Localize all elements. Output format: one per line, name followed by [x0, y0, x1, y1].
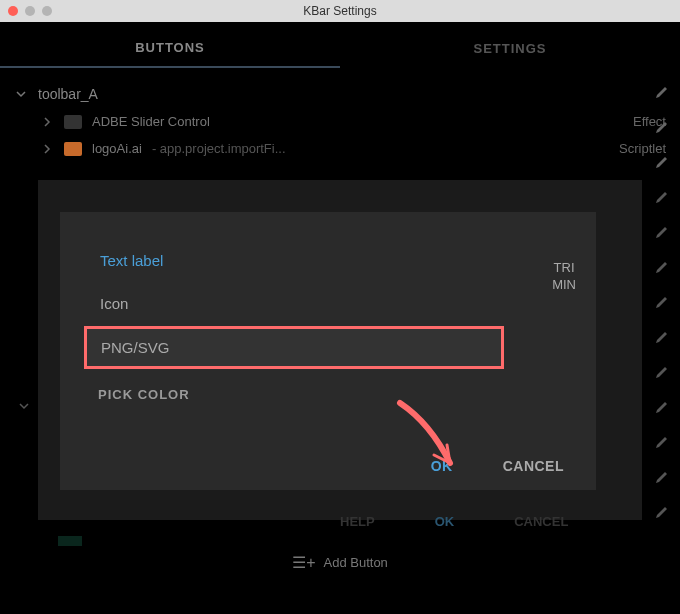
chevron-right-icon — [40, 142, 54, 156]
close-window-icon[interactable] — [8, 6, 18, 16]
pencil-icon[interactable] — [654, 329, 672, 347]
add-button-label: Add Button — [324, 555, 388, 570]
pencil-icon[interactable] — [654, 154, 672, 172]
toolbar-item-row[interactable]: ADBE Slider Control Effect — [10, 108, 670, 135]
pencil-icon[interactable] — [654, 469, 672, 487]
option-text-label[interactable]: Text label — [84, 240, 504, 281]
chevron-right-icon — [40, 115, 54, 129]
pencil-icon[interactable] — [654, 84, 672, 102]
pencil-icon[interactable] — [654, 224, 672, 242]
toolbar-section-header[interactable]: toolbar_A — [10, 80, 670, 108]
ok-button-bg: OK — [435, 514, 455, 529]
pencil-icon[interactable] — [654, 434, 672, 452]
tab-buttons[interactable]: BUTTONS — [0, 28, 340, 68]
option-icon[interactable]: Icon — [84, 283, 504, 324]
option-png-svg[interactable]: PNG/SVG — [84, 326, 504, 369]
edit-column — [654, 84, 672, 522]
dialog-buttons: OK CANCEL — [84, 458, 576, 474]
pencil-icon[interactable] — [654, 504, 672, 522]
pencil-icon[interactable] — [654, 399, 672, 417]
pencil-icon[interactable] — [654, 259, 672, 277]
item-thumb-icon — [64, 115, 82, 129]
item-desc: - app.project.importFi... — [152, 141, 286, 156]
dialog-options-list: Text label Icon PNG/SVG — [84, 240, 504, 369]
content-area: toolbar_A ADBE Slider Control Effect log… — [0, 68, 680, 174]
add-list-icon: ☰+ — [292, 553, 315, 572]
tab-settings[interactable]: SETTINGS — [340, 28, 680, 68]
help-button-bg: HELP — [340, 514, 375, 529]
label-type-dialog: Text label Icon PNG/SVG TRI MIN PICK COL… — [60, 212, 596, 490]
traffic-lights — [8, 6, 52, 16]
trimin-label: TRI MIN — [552, 260, 576, 294]
ok-button[interactable]: OK — [431, 458, 453, 474]
item-name: ADBE Slider Control — [92, 114, 210, 129]
tabs-bar: BUTTONS SETTINGS — [0, 28, 680, 68]
toolbar-name: toolbar_A — [38, 86, 98, 102]
pencil-icon[interactable] — [654, 189, 672, 207]
minimize-window-icon[interactable] — [25, 6, 35, 16]
pencil-icon[interactable] — [654, 364, 672, 382]
maximize-window-icon[interactable] — [42, 6, 52, 16]
item-thumb-icon — [64, 142, 82, 156]
titlebar: KBar Settings — [0, 0, 680, 22]
pencil-icon[interactable] — [654, 119, 672, 137]
cancel-button-bg: CANCEL — [514, 514, 568, 529]
toolbar-item-row[interactable]: logoAi.ai - app.project.importFi... Scri… — [10, 135, 670, 162]
green-thumb-icon — [58, 536, 82, 546]
chevron-down-icon — [14, 87, 28, 101]
chevron-down-icon[interactable] — [18, 400, 30, 412]
pick-color-button[interactable]: PICK COLOR — [84, 387, 576, 402]
window-title: KBar Settings — [303, 4, 376, 18]
background-dialog-buttons: HELP OK CANCEL — [340, 514, 568, 529]
cancel-button[interactable]: CANCEL — [503, 458, 564, 474]
add-button[interactable]: ☰+ Add Button — [292, 553, 388, 572]
pencil-icon[interactable] — [654, 294, 672, 312]
item-name: logoAi.ai — [92, 141, 142, 156]
